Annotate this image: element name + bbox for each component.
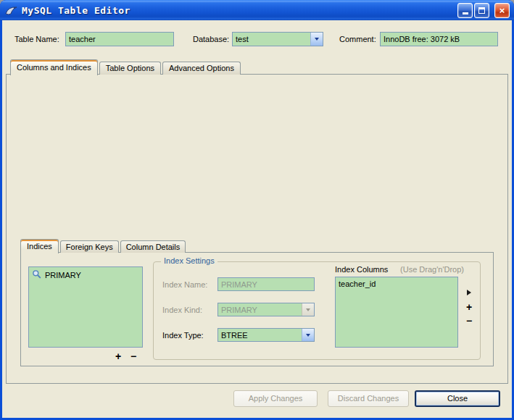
close-icon: × bbox=[500, 6, 505, 15]
apply-changes-button[interactable]: Apply Changes bbox=[233, 390, 318, 407]
close-button[interactable]: × bbox=[494, 3, 510, 18]
add-column-button[interactable]: + bbox=[466, 302, 472, 312]
index-columns-hint: (Use Drag'n'Drop) bbox=[400, 264, 464, 275]
window-title: MySQL Table Editor bbox=[22, 5, 457, 16]
discard-changes-button[interactable]: Discard Changes bbox=[328, 390, 409, 407]
comment-input[interactable] bbox=[380, 32, 498, 46]
index-settings-group: Index Settings Index Name: Index Kind: P… bbox=[153, 261, 481, 360]
database-label: Database: bbox=[193, 32, 229, 46]
database-selected-value: test bbox=[233, 35, 310, 43]
mysql-table-editor-window: MySQL Table Editor × Table Name: Databas… bbox=[0, 0, 514, 420]
close-dialog-button[interactable]: Close bbox=[415, 390, 500, 407]
maximize-button[interactable] bbox=[474, 3, 489, 18]
tab-table-options[interactable]: Table Options bbox=[99, 62, 161, 75]
subtab-indices[interactable]: Indices bbox=[20, 239, 59, 253]
index-name-text: PRIMARY bbox=[45, 271, 81, 280]
index-columns-label: Index Columns bbox=[335, 264, 388, 275]
remove-column-button[interactable]: − bbox=[466, 316, 472, 326]
main-tabstrip: Columns and Indices Table Options Advanc… bbox=[10, 58, 242, 75]
index-kind-select: PRIMARY bbox=[217, 303, 315, 316]
client-area: Table Name: Database: test Comment: Colu… bbox=[2, 20, 512, 418]
index-kind-selected-value: PRIMARY bbox=[218, 306, 302, 314]
chevron-down-icon bbox=[306, 334, 310, 337]
list-item[interactable]: teacher_id bbox=[336, 277, 457, 290]
index-type-selected-value: BTREE bbox=[218, 331, 302, 340]
table-name-label: Table Name: bbox=[14, 32, 59, 46]
index-list[interactable]: PRIMARY bbox=[28, 266, 143, 348]
database-select[interactable]: test bbox=[232, 32, 323, 46]
comment-label: Comment: bbox=[339, 32, 376, 46]
index-name-input bbox=[217, 277, 315, 291]
index-columns-list[interactable]: teacher_id bbox=[335, 277, 458, 348]
table-name-input[interactable] bbox=[65, 32, 174, 46]
maximize-icon bbox=[478, 7, 485, 14]
subtab-foreign-keys[interactable]: Foreign Keys bbox=[60, 240, 119, 253]
mysql-dolphin-icon bbox=[4, 4, 19, 17]
database-dropdown-button[interactable] bbox=[310, 33, 323, 46]
tab-advanced-options[interactable]: Advanced Options bbox=[162, 62, 241, 75]
indices-page: PRIMARY + − Index Settings Index Name: I… bbox=[20, 252, 494, 366]
subtab-column-details[interactable]: Column Details bbox=[120, 240, 186, 253]
index-type-select[interactable]: BTREE bbox=[217, 328, 315, 342]
remove-index-button[interactable]: − bbox=[130, 351, 136, 361]
index-kind-label: Index Kind: bbox=[162, 303, 202, 317]
index-settings-title: Index Settings bbox=[161, 256, 217, 265]
minimize-button[interactable] bbox=[457, 3, 473, 18]
move-column-button[interactable] bbox=[467, 290, 471, 295]
chevron-down-icon bbox=[306, 308, 310, 311]
add-index-button[interactable]: + bbox=[115, 351, 121, 361]
index-name-label: Index Name: bbox=[162, 277, 207, 292]
magnifier-icon bbox=[32, 269, 41, 280]
index-kind-dropdown-button bbox=[302, 303, 314, 316]
index-type-label: Index Type: bbox=[162, 328, 204, 343]
tab-columns-and-indices[interactable]: Columns and Indices bbox=[10, 59, 98, 75]
index-type-dropdown-button[interactable] bbox=[302, 329, 314, 341]
titlebar[interactable]: MySQL Table Editor × bbox=[0, 0, 514, 20]
index-column-text: teacher_id bbox=[339, 280, 376, 288]
minimize-icon bbox=[463, 12, 468, 14]
list-item[interactable]: PRIMARY bbox=[29, 267, 142, 282]
chevron-down-icon bbox=[315, 38, 319, 41]
sub-tabstrip: Indices Foreign Keys Column Details bbox=[20, 238, 187, 253]
